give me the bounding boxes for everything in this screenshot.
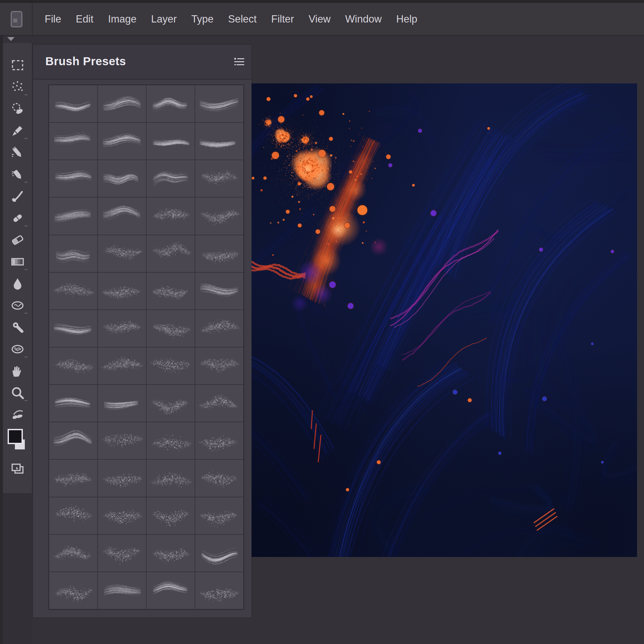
brush-preset-cell[interactable] (49, 572, 98, 609)
tool-brush[interactable] (7, 185, 28, 207)
menu-item-file[interactable]: File (37, 13, 69, 25)
brush-preset-cell[interactable] (49, 122, 98, 160)
menu-item-edit[interactable]: Edit (69, 13, 101, 25)
canvas-artwork[interactable] (252, 83, 637, 557)
brush-thumbnail (98, 310, 146, 347)
brush-preset-cell[interactable] (146, 235, 195, 272)
brush-preset-cell[interactable] (195, 459, 244, 497)
color-swatches (7, 428, 28, 458)
brush-preset-cell[interactable] (146, 160, 195, 197)
brush-preset-cell[interactable] (98, 497, 146, 534)
tool-pencil[interactable] (7, 142, 28, 163)
toolbar-collapse-icon[interactable] (7, 37, 15, 41)
brush-preset-cell[interactable] (195, 122, 244, 160)
tool-lasso[interactable] (7, 76, 28, 98)
brush-preset-cell[interactable] (49, 197, 98, 235)
foreground-color-swatch[interactable] (8, 429, 23, 444)
brush-preset-cell[interactable] (195, 310, 244, 347)
brush-preset-cell[interactable] (49, 459, 98, 497)
brush-preset-cell[interactable] (98, 197, 146, 235)
tool-gradient[interactable] (7, 251, 28, 273)
brush-preset-cell[interactable] (195, 347, 244, 385)
brush-preset-cell[interactable] (98, 160, 146, 197)
menu-item-type[interactable]: Type (184, 13, 221, 25)
brush-preset-cell[interactable] (49, 160, 98, 197)
brush-preset-cell[interactable] (98, 235, 146, 272)
brush-preset-cell[interactable] (98, 122, 146, 160)
brush-preset-cell[interactable] (49, 422, 98, 459)
menu-item-layer[interactable]: Layer (144, 13, 184, 25)
brush-preset-cell[interactable] (98, 422, 146, 459)
tool-zoom[interactable] (7, 382, 28, 404)
tool-blur[interactable] (7, 273, 28, 295)
tool-brush-cluster[interactable] (7, 98, 28, 120)
brush-preset-cell[interactable] (146, 347, 195, 385)
brush-preset-cell[interactable] (98, 347, 146, 385)
brush-preset-cell[interactable] (195, 85, 244, 122)
brush-preset-cell[interactable] (98, 459, 146, 497)
menu-item-help[interactable]: Help (389, 13, 425, 25)
tool-dodge[interactable] (7, 316, 28, 338)
menu-item-view[interactable]: View (301, 13, 338, 25)
hand-icon (10, 363, 25, 379)
brush-preset-cell[interactable] (98, 310, 146, 347)
brush-preset-cell[interactable] (146, 272, 195, 310)
brush-preset-cell[interactable] (146, 534, 195, 572)
menu-item-window[interactable]: Window (338, 13, 389, 25)
tool-duplicate[interactable] (7, 458, 28, 480)
brush-preset-cell[interactable] (98, 572, 146, 609)
brush-preset-cell[interactable] (146, 385, 195, 422)
brush-preset-cell[interactable] (195, 197, 244, 235)
brush-preset-cell[interactable] (146, 85, 195, 122)
menu-item-filter[interactable]: Filter (264, 13, 301, 25)
menu-item-select[interactable]: Select (221, 13, 264, 25)
brush-preset-cell[interactable] (146, 497, 195, 534)
brush-preset-cell[interactable] (195, 497, 244, 534)
tool-hand[interactable] (7, 360, 28, 382)
tool-mixer-pen[interactable] (7, 163, 28, 185)
tool-marquee[interactable] (7, 54, 28, 76)
brush-preset-cell[interactable] (195, 235, 244, 272)
brush-preset-cell[interactable] (146, 197, 195, 235)
brush-preset-cell[interactable] (49, 272, 98, 310)
brush-thumbnail (147, 535, 195, 572)
tool-bar (3, 43, 32, 493)
zoom-icon (10, 385, 25, 400)
brush-preset-cell[interactable] (146, 422, 195, 459)
brush-thumbnail (49, 422, 97, 459)
brush-preset-cell[interactable] (98, 85, 146, 122)
tool-healing[interactable] (7, 207, 28, 229)
brush-preset-cell[interactable] (195, 534, 244, 572)
tool-history-brush[interactable] (7, 404, 28, 426)
brush-preset-cell[interactable] (49, 347, 98, 385)
brush-preset-cell[interactable] (195, 160, 244, 197)
brush-preset-cell[interactable] (195, 385, 244, 422)
brush-preset-cell[interactable] (49, 310, 98, 347)
tool-smudge[interactable] (7, 295, 28, 316)
brush-preset-cell[interactable] (49, 534, 98, 572)
brush-preset-cell[interactable] (98, 534, 146, 572)
brush-preset-cell[interactable] (146, 572, 195, 609)
panel-menu-button[interactable] (234, 58, 244, 67)
brush-preset-cell[interactable] (98, 385, 146, 422)
brush-preset-cell[interactable] (146, 459, 195, 497)
brush-thumbnail (49, 572, 97, 609)
brush-thumbnail (147, 310, 195, 347)
brush-preset-cell[interactable] (98, 272, 146, 310)
brush-thumbnail (195, 235, 243, 272)
brush-preset-cell[interactable] (49, 385, 98, 422)
brush-preset-cell[interactable] (49, 85, 98, 122)
brush-preset-cell[interactable] (195, 572, 244, 609)
tool-pen[interactable] (7, 120, 28, 142)
brush-preset-cell[interactable] (49, 497, 98, 534)
brush-thumbnail (195, 198, 243, 234)
brush-preset-cell[interactable] (195, 422, 244, 459)
tool-eraser[interactable] (7, 229, 28, 251)
brush-preset-cell[interactable] (146, 310, 195, 347)
brush-preset-cell[interactable] (146, 122, 195, 160)
brush-preset-cell[interactable] (195, 272, 244, 310)
brush-preset-cell[interactable] (49, 235, 98, 272)
brush-thumbnail (98, 535, 146, 572)
menu-item-image[interactable]: Image (101, 13, 144, 25)
tool-sponge[interactable] (7, 338, 28, 360)
